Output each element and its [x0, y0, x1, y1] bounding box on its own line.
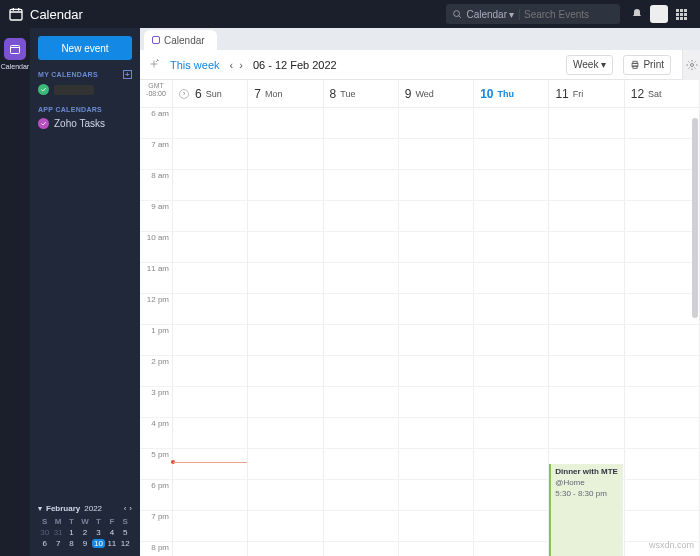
calendar-event[interactable]: Dinner with MTE @Home 5:30 - 8:30 pm: [549, 464, 623, 556]
mini-cal-day[interactable]: 6: [38, 539, 51, 548]
my-calendar-item[interactable]: [38, 79, 132, 100]
hour-label: 4 pm: [140, 418, 172, 449]
mini-cal-day[interactable]: 2: [78, 528, 91, 537]
mini-cal-dow: W: [78, 517, 91, 526]
mini-calendar[interactable]: ▾ February 2022 ‹› SMTWTFS30311234567891…: [38, 504, 132, 548]
notifications-icon[interactable]: [626, 3, 648, 25]
tab-strip: Calendar: [140, 28, 700, 50]
day-number: 7: [254, 87, 261, 101]
mini-cal-chevron-icon[interactable]: ▾: [38, 504, 42, 513]
hour-label: 1 pm: [140, 325, 172, 356]
hour-label: 7 am: [140, 139, 172, 170]
mini-cal-next-icon[interactable]: ›: [129, 504, 132, 513]
hour-label: 6 pm: [140, 480, 172, 511]
quick-add-icon[interactable]: [148, 58, 160, 72]
svg-rect-5: [633, 65, 637, 68]
my-calendars-heading: MY CALENDARS +: [38, 70, 132, 79]
print-button[interactable]: Print: [623, 55, 671, 75]
date-range: 06 - 12 Feb 2022: [253, 59, 337, 71]
mini-cal-day[interactable]: 7: [51, 539, 64, 548]
tab-calendar[interactable]: Calendar: [144, 30, 217, 50]
mini-cal-day[interactable]: 31: [51, 528, 64, 537]
tab-label: Calendar: [164, 35, 205, 46]
hour-label: 7 pm: [140, 511, 172, 542]
day-header[interactable]: 10Thu: [474, 80, 549, 107]
mini-cal-day[interactable]: 30: [38, 528, 51, 537]
day-header[interactable]: ›6Sun: [173, 80, 248, 107]
svg-point-6: [690, 64, 693, 67]
mini-cal-prev-icon[interactable]: ‹: [124, 504, 127, 513]
day-name: Sun: [206, 89, 222, 99]
calendar-name: Zoho Tasks: [54, 118, 105, 129]
add-calendar-icon[interactable]: +: [123, 70, 132, 79]
tab-app-icon: [152, 36, 160, 44]
day-header-row: ›6Sun7Mon8Tue9Wed10Thu11Fri12Sat: [173, 80, 700, 108]
profile-avatar[interactable]: [648, 3, 670, 25]
sidebar: New event MY CALENDARS + APP CALENDARS Z…: [30, 28, 140, 556]
this-week-link[interactable]: This week: [170, 59, 220, 71]
hour-label: 8 am: [140, 170, 172, 201]
day-name: Sat: [648, 89, 662, 99]
watermark: wsxdn.com: [649, 540, 694, 550]
day-header[interactable]: 8Tue: [324, 80, 399, 107]
day-header[interactable]: 11Fri: [549, 80, 624, 107]
now-indicator-line: [173, 462, 247, 463]
hour-label: 12 pm: [140, 294, 172, 325]
day-header[interactable]: 9Wed: [399, 80, 474, 107]
prev-week-icon[interactable]: ‹: [230, 59, 234, 71]
day-number: 12: [631, 87, 644, 101]
mini-cal-day[interactable]: 10: [92, 539, 105, 548]
settings-gear-icon[interactable]: [682, 50, 700, 80]
toolbar: This week ‹ › 06 - 12 Feb 2022 Week▾ Pri…: [140, 50, 700, 80]
app-rail: Calendar: [0, 28, 30, 556]
mini-cal-dow: S: [119, 517, 132, 526]
hour-label: 2 pm: [140, 356, 172, 387]
hour-label: 5 pm: [140, 449, 172, 480]
search-input[interactable]: [524, 9, 614, 20]
day-name: Fri: [573, 89, 584, 99]
day-number: 9: [405, 87, 412, 101]
day-header[interactable]: 12Sat: [625, 80, 700, 107]
search-scope-dropdown[interactable]: Calendar▾: [466, 9, 520, 20]
calendar-color-check-icon: [38, 118, 49, 129]
day-number: 10: [480, 87, 493, 101]
day-header[interactable]: 7Mon: [248, 80, 323, 107]
mini-cal-day[interactable]: 8: [65, 539, 78, 548]
mini-cal-day[interactable]: 5: [119, 528, 132, 537]
app-calendars-heading: APP CALENDARS: [38, 106, 132, 113]
view-selector[interactable]: Week▾: [566, 55, 613, 75]
event-title: Dinner with MTE: [555, 467, 618, 476]
mini-cal-day[interactable]: 11: [105, 539, 118, 548]
day-number: 11: [555, 87, 568, 101]
apps-grid-icon[interactable]: [670, 3, 692, 25]
week-grid[interactable]: GMT-08:00 6 am7 am8 am9 am10 am11 am12 p…: [140, 80, 700, 556]
day-number: 8: [330, 87, 337, 101]
expand-day-icon[interactable]: ›: [179, 89, 189, 99]
hour-label: 11 am: [140, 263, 172, 294]
search-icon: [452, 9, 462, 19]
mini-cal-dow: S: [38, 517, 51, 526]
time-slots[interactable]: Dinner with MTE @Home 5:30 - 8:30 pm: [173, 108, 700, 556]
timezone-label: GMT-08:00: [140, 80, 172, 108]
next-week-icon[interactable]: ›: [239, 59, 243, 71]
rail-app-calendar[interactable]: [4, 38, 26, 60]
mini-cal-day[interactable]: 4: [105, 528, 118, 537]
event-location: @Home: [555, 478, 618, 487]
mini-cal-day[interactable]: 9: [78, 539, 91, 548]
event-time: 5:30 - 8:30 pm: [555, 489, 618, 498]
day-number: 6: [195, 87, 202, 101]
svg-rect-4: [633, 61, 637, 63]
mini-cal-day[interactable]: 12: [119, 539, 132, 548]
time-column: GMT-08:00 6 am7 am8 am9 am10 am11 am12 p…: [140, 80, 173, 556]
app-calendar-item[interactable]: Zoho Tasks: [38, 113, 132, 134]
mini-cal-day[interactable]: 1: [65, 528, 78, 537]
day-name: Thu: [498, 89, 515, 99]
svg-rect-0: [10, 9, 22, 20]
calendar-logo-icon: [8, 6, 24, 22]
vertical-scrollbar[interactable]: [692, 118, 698, 318]
mini-cal-dow: F: [105, 517, 118, 526]
hour-label: 8 pm: [140, 542, 172, 556]
new-event-button[interactable]: New event: [38, 36, 132, 60]
search-bar[interactable]: Calendar▾: [446, 4, 620, 24]
mini-cal-day[interactable]: 3: [92, 528, 105, 537]
